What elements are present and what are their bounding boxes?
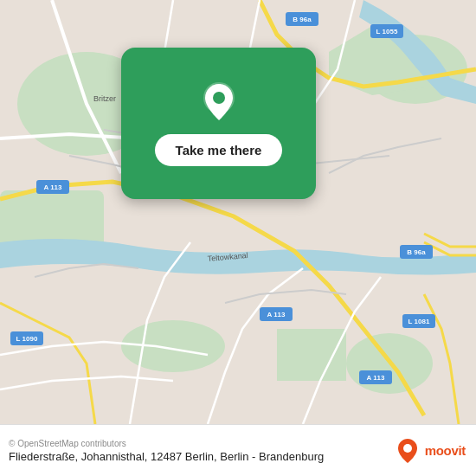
britzer-label: Britzer: [93, 94, 116, 103]
take-me-there-button[interactable]: Take me there: [155, 134, 283, 166]
svg-text:L 1055: L 1055: [376, 28, 398, 35]
map-container: Teltowkanal Britzer B 96a L 1055 A 113 A…: [0, 0, 476, 424]
attribution: © OpenStreetMap contributors: [9, 439, 324, 448]
footer: © OpenStreetMap contributors Fliederstra…: [0, 424, 476, 476]
footer-left: © OpenStreetMap contributors Fliederstra…: [9, 439, 324, 463]
moovit-pin-icon: [394, 437, 421, 465]
location-pin-icon: [196, 80, 241, 125]
svg-text:B 96a: B 96a: [293, 16, 312, 23]
svg-point-25: [213, 92, 225, 104]
address-text: Fliederstraße, Johannisthal, 12487 Berli…: [9, 450, 324, 463]
svg-text:A 113: A 113: [43, 183, 62, 191]
svg-rect-6: [277, 329, 346, 381]
action-card: Take me there: [121, 48, 316, 199]
moovit-label: moovit: [425, 443, 466, 458]
svg-text:L 1090: L 1090: [16, 335, 38, 343]
svg-text:L 1081: L 1081: [408, 318, 430, 325]
svg-text:A 113: A 113: [267, 311, 286, 318]
svg-point-26: [403, 444, 412, 453]
moovit-logo[interactable]: moovit: [394, 437, 466, 465]
svg-text:A 113: A 113: [366, 374, 385, 382]
svg-text:B 96a: B 96a: [407, 248, 426, 256]
svg-point-5: [121, 320, 225, 372]
